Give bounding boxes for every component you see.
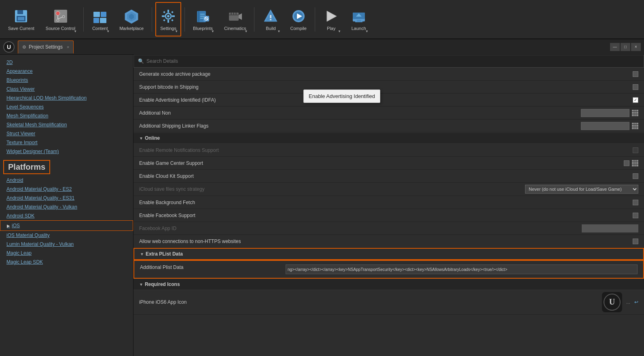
facebook-app-id-input[interactable] (582, 224, 638, 232)
facebook-app-id-value (582, 224, 638, 232)
grid-cell (632, 110, 634, 112)
blueprints-arrow: ▼ (211, 30, 214, 33)
allow-web-connections-value (633, 239, 638, 244)
cloud-kit-checkbox[interactable] (633, 173, 638, 179)
toolbar-launch[interactable]: Launch ▼ (346, 2, 372, 36)
row-facebook-app-id: Facebook App ID (133, 222, 644, 235)
support-bitcode-value (633, 84, 638, 90)
iphone-icon-action[interactable]: ↩ (634, 299, 638, 305)
plist-section-arrow: ▼ (140, 252, 144, 256)
row-generate-xcode: Generate xcode archive package (133, 68, 644, 81)
sidebar-item-appearance[interactable]: Appearance (0, 67, 133, 76)
allow-web-connections-checkbox[interactable] (633, 239, 638, 244)
close-button[interactable]: × (631, 43, 641, 51)
svg-point-9 (62, 15, 65, 18)
tab-close-button[interactable]: × (67, 45, 69, 49)
svg-point-7 (57, 19, 59, 21)
content-arrow: ▼ (106, 30, 110, 33)
additional-non-input[interactable] (581, 109, 629, 117)
sidebar-item-class-viewer[interactable]: Class Viewer (0, 85, 133, 94)
background-fetch-label: Enable Background Fetch (139, 200, 633, 205)
sidebar-item-blueprints[interactable]: Blueprints (0, 76, 133, 85)
toolbar-compile[interactable]: Compile (285, 2, 311, 36)
additional-shipping-input[interactable] (581, 122, 629, 130)
build-label: Build (266, 26, 275, 31)
sidebar: 2D Appearance Blueprints Class Viewer Hi… (0, 55, 133, 356)
additional-plist-input[interactable] (286, 264, 638, 274)
sidebar-item-ios-material-quality[interactable]: iOS Material Quality (0, 231, 133, 240)
game-center-grid-icon[interactable] (632, 160, 638, 166)
additional-non-grid-icon[interactable] (632, 110, 638, 116)
sidebar-item-android-sdk[interactable]: Android SDK (0, 211, 133, 220)
blueprints-icon (195, 8, 211, 24)
sidebar-item-android-es2[interactable]: Android Material Quality - ES2 (0, 185, 133, 194)
additional-shipping-grid-icon[interactable] (632, 123, 638, 129)
icloud-sync-select[interactable]: Never (do not use iCloud for Load/Save G… (525, 185, 638, 194)
sidebar-item-magic-leap-sdk[interactable]: Magic Leap SDK (0, 258, 133, 266)
launch-label: Launch (352, 26, 366, 31)
svg-rect-21 (162, 15, 165, 17)
svg-marker-36 (239, 13, 242, 20)
blueprints-label: Blueprints (193, 26, 213, 31)
facebook-support-checkbox[interactable] (633, 213, 638, 218)
background-fetch-checkbox[interactable] (633, 200, 638, 205)
toolbar-marketplace[interactable]: Marketplace (114, 2, 148, 36)
toolbar-cinematics[interactable]: Cinematics ▼ (219, 2, 251, 36)
toolbar-settings[interactable]: Settings ▼ (155, 2, 181, 36)
launch-arrow: ▼ (365, 30, 369, 33)
svg-rect-3 (18, 17, 24, 20)
support-bitcode-checkbox[interactable] (633, 84, 638, 90)
toolbar-save-current[interactable]: Save Current (3, 2, 39, 36)
additional-non-value (581, 109, 638, 117)
iphone-icon-value: U ... ↩ (602, 292, 638, 312)
ue-logo-icon: U (603, 293, 621, 311)
sidebar-item-android[interactable]: Android (0, 176, 133, 185)
required-icons-arrow: ▼ (139, 282, 143, 287)
toolbar-build[interactable]: Build ▼ (258, 2, 284, 36)
sidebar-item-2d[interactable]: 2D (0, 58, 133, 67)
ios-arrow-icon: ▶ (7, 224, 10, 228)
sidebar-item-android-es31[interactable]: Android Material Quality - ES31 (0, 194, 133, 203)
sidebar-item-magic-leap[interactable]: Magic Leap (0, 249, 133, 258)
sidebar-item-ios[interactable]: ▶ iOS (0, 220, 133, 231)
search-input[interactable] (146, 58, 640, 64)
advertising-id-checkbox[interactable] (633, 97, 638, 103)
sidebar-item-skeletal-mesh[interactable]: Skeletal Mesh Simplification (0, 120, 133, 129)
toolbar-play[interactable]: Play ▼ (318, 2, 344, 36)
game-center-checkbox[interactable] (624, 160, 629, 166)
project-settings-tab[interactable]: ⚙ Project Settings × (18, 41, 74, 53)
row-icloud-sync: iCloud save files sync strategy Never (d… (133, 183, 644, 196)
toolbar-blueprints[interactable]: Blueprints ▼ (188, 2, 218, 36)
iphone-icon-dots: ... (626, 299, 630, 305)
toolbar-content[interactable]: Content ▼ (87, 2, 113, 36)
sidebar-item-hierarchical-lod[interactable]: Hierarchical LOD Mesh Simplification (0, 94, 133, 102)
source-control-arrow: ▼ (74, 30, 77, 33)
svg-rect-26 (171, 19, 174, 21)
row-background-fetch: Enable Background Fetch (133, 196, 644, 209)
tab-label: Project Settings (29, 44, 63, 50)
plist-section-label: Extra PList Data (146, 251, 183, 257)
maximize-button[interactable]: □ (621, 43, 630, 51)
sidebar-item-struct-viewer[interactable]: Struct Viewer (0, 129, 133, 138)
tooltip-text: Enable Advertising Identified (309, 93, 375, 99)
content-label: Content (92, 26, 108, 31)
toolbar-source-control[interactable]: Source Control ▼ (41, 2, 80, 36)
sidebar-item-android-vulkan[interactable]: Android Material Quality - Vulkan (0, 203, 133, 211)
iphone-icon-label: iPhone iOS6 App Icon (139, 299, 602, 305)
minimize-button[interactable]: — (610, 43, 620, 51)
sidebar-item-lumin-vulkan[interactable]: Lumin Material Quality - Vulkan (0, 240, 133, 249)
svg-rect-52 (355, 21, 362, 22)
cloud-kit-value (633, 173, 638, 179)
sidebar-item-widget-designer[interactable]: Widget Designer (Team) (0, 147, 133, 156)
sidebar-item-mesh-simplification[interactable]: Mesh Simplification (0, 111, 133, 120)
generate-xcode-label: Generate xcode archive package (139, 71, 633, 77)
sidebar-item-texture-import[interactable]: Texture Import (0, 138, 133, 147)
grid-cell (632, 123, 634, 125)
sidebar-item-level-sequences[interactable]: Level Sequences (0, 102, 133, 111)
generate-xcode-checkbox[interactable] (633, 71, 638, 77)
grid-cell (634, 160, 636, 162)
toolbar-divider-5 (315, 7, 315, 32)
platforms-section-header: Platforms (3, 160, 50, 174)
svg-rect-1 (17, 10, 23, 14)
allow-web-connections-label: Allow web connections to non-HTTPS websi… (139, 239, 633, 244)
